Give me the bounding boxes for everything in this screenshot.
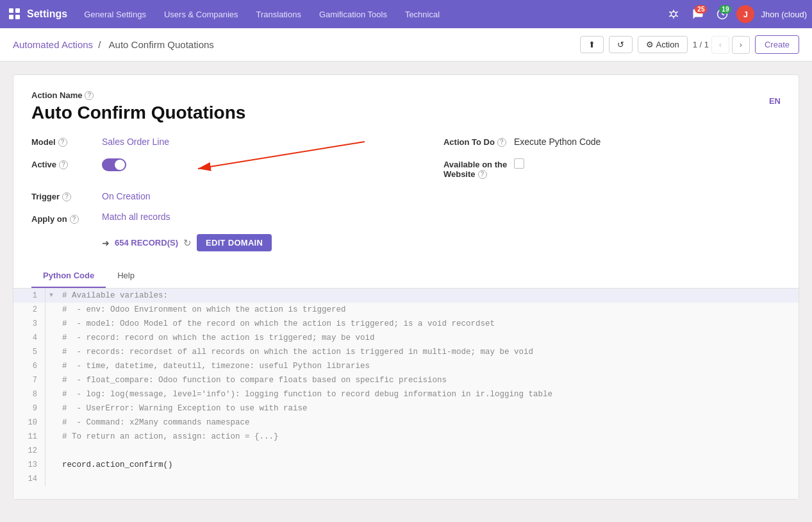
create-button[interactable]: Create bbox=[755, 35, 799, 54]
active-help[interactable]: ? bbox=[59, 160, 68, 169]
breadcrumb: Automated Actions / Auto Confirm Quotati… bbox=[13, 39, 217, 50]
model-label: Model ? bbox=[31, 137, 102, 147]
trigger-row: Trigger ? On Creation bbox=[31, 189, 781, 201]
available-website-label2: Website ? bbox=[443, 169, 514, 179]
upload-icon: ⬆ bbox=[588, 40, 595, 49]
arrow-right-icon: ➜ bbox=[102, 238, 110, 248]
tab-python-code[interactable]: Python Code bbox=[31, 264, 106, 288]
model-field: Model ? Sales Order Line bbox=[31, 135, 443, 147]
svg-point-4 bbox=[672, 12, 677, 17]
svg-line-6 bbox=[670, 12, 672, 13]
chat-badge: 25 bbox=[695, 5, 707, 13]
model-value[interactable]: Sales Order Line bbox=[102, 135, 169, 147]
nav-users-companies[interactable]: Users & Companies bbox=[156, 0, 246, 28]
code-line-10: 10 # - Command: x2Many commands namespac… bbox=[13, 416, 799, 430]
model-help[interactable]: ? bbox=[58, 138, 67, 147]
domain-refresh-icon[interactable]: ↻ bbox=[183, 237, 192, 249]
code-line-13: 13 record.action_confirm() bbox=[13, 458, 799, 472]
form-card: Action Name ? Auto Confirm Quotations EN bbox=[13, 74, 799, 500]
apply-on-field: Apply on ? Match all records bbox=[31, 212, 443, 224]
svg-line-9 bbox=[676, 15, 678, 17]
action-button[interactable]: ⚙ Action bbox=[638, 36, 688, 53]
apply-on-value: Match all records bbox=[102, 212, 170, 222]
action-to-do-field: Action To Do ? Execute Python Code bbox=[443, 135, 781, 147]
upload-button[interactable]: ⬆ bbox=[580, 36, 604, 53]
action-to-do-label: Action To Do ? bbox=[443, 137, 514, 147]
tab-help[interactable]: Help bbox=[106, 264, 146, 288]
gear-icon: ⚙ bbox=[646, 40, 654, 49]
available-website-field: Available on the Website ? bbox=[443, 157, 781, 179]
en-badge[interactable]: EN bbox=[769, 96, 781, 106]
svg-line-7 bbox=[676, 12, 678, 13]
trigger-help[interactable]: ? bbox=[62, 192, 71, 201]
action-to-do-value[interactable]: Execute Python Code bbox=[514, 135, 601, 147]
svg-rect-3 bbox=[15, 15, 20, 19]
records-link[interactable]: 654 RECORD(S) bbox=[115, 238, 178, 248]
edit-domain-button[interactable]: EDIT DOMAIN bbox=[197, 234, 272, 251]
nav-translations[interactable]: Translations bbox=[249, 0, 309, 28]
records-row: ➜ 654 RECORD(S) ↻ EDIT DOMAIN bbox=[102, 234, 781, 251]
code-line-1: 1 ▼ # Available variables: bbox=[13, 289, 799, 303]
code-line-6: 6 # - time, datetime, dateutil, timezone… bbox=[13, 359, 799, 373]
clock-badge: 19 bbox=[719, 5, 731, 13]
code-line-9: 9 # - UserError: Warning Exception to us… bbox=[13, 401, 799, 416]
svg-line-8 bbox=[670, 15, 672, 17]
code-line-14: 14 bbox=[13, 472, 799, 486]
apply-on-help[interactable]: ? bbox=[70, 215, 79, 224]
nav-general-settings[interactable]: General Settings bbox=[76, 0, 154, 28]
bug-icon[interactable] bbox=[663, 4, 684, 24]
breadcrumb-actions: ⬆ ↺ ⚙ Action 1 / 1 ‹ › Create bbox=[580, 35, 799, 54]
action-to-do-help[interactable]: ? bbox=[497, 138, 506, 147]
avatar[interactable]: J bbox=[736, 5, 754, 23]
code-line-12: 12 bbox=[13, 444, 799, 458]
code-line-8: 8 # - log: log(message, level='info'): l… bbox=[13, 387, 799, 401]
tabs-bar: Python Code Help bbox=[13, 264, 799, 289]
refresh-icon: ↺ bbox=[617, 40, 624, 49]
svg-rect-0 bbox=[9, 8, 13, 13]
code-line-11: 11 # To return an action, assign: action… bbox=[13, 430, 799, 444]
nav-gamification[interactable]: Gamification Tools bbox=[311, 0, 395, 28]
grid-icon[interactable] bbox=[5, 4, 24, 24]
breadcrumb-separator: / bbox=[98, 39, 101, 50]
apply-on-label: Apply on ? bbox=[31, 214, 102, 224]
available-website-label: Available on the bbox=[443, 160, 514, 169]
refresh-button[interactable]: ↺ bbox=[609, 36, 633, 53]
code-area: 1 ▼ # Available variables: 2 # - env: Od… bbox=[13, 289, 799, 499]
top-navigation: Settings General Settings Users & Compan… bbox=[0, 0, 812, 28]
action-name-help[interactable]: ? bbox=[85, 91, 94, 100]
prev-button[interactable]: ‹ bbox=[711, 36, 729, 54]
action-name-value[interactable]: Auto Confirm Quotations bbox=[31, 103, 245, 123]
nav-icon-group: 25 19 J Jhon (cloud) bbox=[663, 4, 807, 24]
line-fold-icon[interactable]: ▼ bbox=[46, 289, 57, 303]
code-line-5: 5 # - records: recordset of all records … bbox=[13, 345, 799, 359]
model-row: Model ? Sales Order Line Action To Do ? … bbox=[31, 135, 781, 147]
app-title: Settings bbox=[27, 8, 67, 20]
svg-rect-2 bbox=[9, 15, 13, 19]
active-toggle[interactable] bbox=[102, 158, 126, 171]
page-counter: 1 / 1 bbox=[693, 40, 709, 49]
trigger-label: Trigger ? bbox=[31, 192, 102, 201]
trigger-value[interactable]: On Creation bbox=[102, 189, 150, 201]
chat-icon[interactable]: 25 bbox=[688, 4, 708, 24]
code-line-4: 4 # - record: record on which the action… bbox=[13, 331, 799, 345]
active-row: Active ? Available on the Website ? bbox=[31, 157, 781, 179]
breadcrumb-parent[interactable]: Automated Actions bbox=[13, 39, 93, 50]
action-label: Action bbox=[656, 40, 679, 49]
action-name-section: Action Name ? Auto Confirm Quotations EN bbox=[31, 90, 781, 123]
active-field: Active ? bbox=[31, 157, 443, 171]
trigger-field: Trigger ? On Creation bbox=[31, 189, 443, 201]
next-button[interactable]: › bbox=[732, 36, 750, 54]
code-line-3: 3 # - model: Odoo Model of the record on… bbox=[13, 317, 799, 331]
user-label[interactable]: Jhon (cloud) bbox=[761, 10, 807, 19]
available-website-checkbox[interactable] bbox=[514, 158, 524, 169]
active-label: Active ? bbox=[31, 160, 102, 169]
clock-icon[interactable]: 19 bbox=[712, 4, 733, 24]
main-content: Action Name ? Auto Confirm Quotations EN bbox=[0, 62, 812, 512]
breadcrumb-current: Auto Confirm Quotations bbox=[109, 39, 214, 50]
apply-on-row: Apply on ? Match all records bbox=[31, 212, 781, 224]
code-line-2: 2 # - env: Odoo Environment on which the… bbox=[13, 303, 799, 317]
available-website-help[interactable]: ? bbox=[478, 170, 487, 179]
breadcrumb-bar: Automated Actions / Auto Confirm Quotati… bbox=[0, 28, 812, 62]
action-name-label: Action Name ? bbox=[31, 90, 245, 100]
nav-technical[interactable]: Technical bbox=[397, 0, 447, 28]
